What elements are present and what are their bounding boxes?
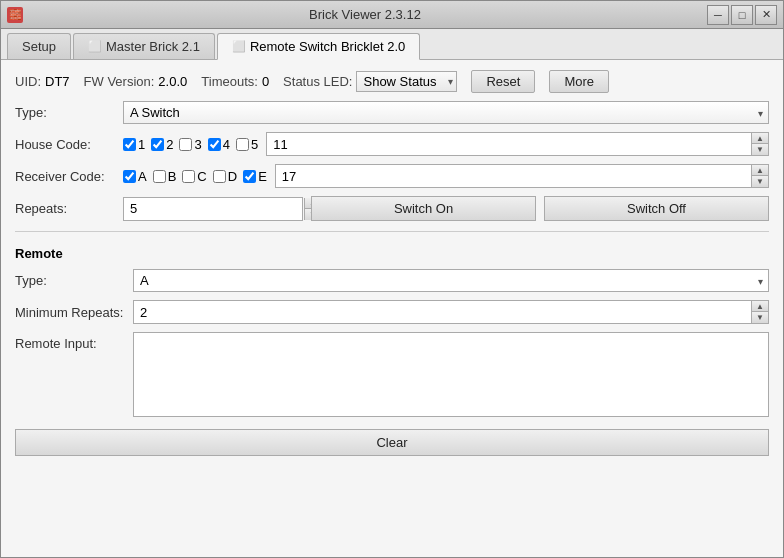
tab-remote[interactable]: ⬜ Remote Switch Bricklet 2.0 xyxy=(217,33,420,60)
receiver-code-label-B: B xyxy=(168,169,177,184)
house-code-label-5: 5 xyxy=(251,137,258,152)
remote-type-select[interactable]: A B C D xyxy=(133,269,769,292)
repeats-row: Repeats: ▲ ▼ Switch On Switch Off xyxy=(15,196,769,221)
tab-master[interactable]: ⬜ Master Brick 2.1 xyxy=(73,33,215,59)
remote-type-select-wrapper: A B C D xyxy=(133,269,769,292)
receiver-code-checkbox-C[interactable] xyxy=(182,170,195,183)
type-label: Type: xyxy=(15,105,115,120)
house-code-check-3: 3 xyxy=(179,137,201,152)
receiver-code-check-E: E xyxy=(243,169,267,184)
remote-section: Remote Type: A B C D Minimum Repeats: xyxy=(15,246,769,417)
receiver-code-input[interactable] xyxy=(276,165,751,187)
uid-value: DT7 xyxy=(45,74,70,89)
status-led-item: Status LED: Show Status Off On Heartbeat xyxy=(283,71,457,92)
status-led-label: Status LED: xyxy=(283,74,352,89)
min-repeats-row: Minimum Repeats: ▲ ▼ xyxy=(15,300,769,324)
receiver-code-label-E: E xyxy=(258,169,267,184)
tab-setup-label: Setup xyxy=(22,39,56,54)
house-code-check-4: 4 xyxy=(208,137,230,152)
house-code-label-2: 2 xyxy=(166,137,173,152)
house-code-input-wrapper: ▲ ▼ xyxy=(266,132,769,156)
tab-bar: Setup ⬜ Master Brick 2.1 ⬜ Remote Switch… xyxy=(1,29,783,60)
info-bar: UID: DT7 FW Version: 2.0.0 Timeouts: 0 S… xyxy=(15,70,769,93)
house-code-checkbox-4[interactable] xyxy=(208,138,221,151)
repeats-input[interactable] xyxy=(124,198,304,220)
min-repeats-label: Minimum Repeats: xyxy=(15,305,125,320)
house-code-label-1: 1 xyxy=(138,137,145,152)
receiver-code-label-D: D xyxy=(228,169,237,184)
remote-input-row: Remote Input: xyxy=(15,332,769,417)
fw-label: FW Version: xyxy=(84,74,155,89)
repeats-label: Repeats: xyxy=(15,201,115,216)
more-button[interactable]: More xyxy=(549,70,609,93)
tab-setup[interactable]: Setup xyxy=(7,33,71,59)
house-code-checkboxes: 1 2 3 4 5 xyxy=(123,137,258,152)
min-repeats-input[interactable] xyxy=(134,301,751,323)
reset-button[interactable]: Reset xyxy=(471,70,535,93)
uid-label: UID: xyxy=(15,74,41,89)
receiver-code-down[interactable]: ▼ xyxy=(752,176,768,187)
uid-item: UID: DT7 xyxy=(15,74,70,89)
receiver-code-input-wrapper: ▲ ▼ xyxy=(275,164,769,188)
type-row: Type: A Switch B Switch C Switch D Switc… xyxy=(15,101,769,124)
tab-remote-icon: ⬜ xyxy=(232,40,246,53)
repeats-input-wrapper: ▲ ▼ xyxy=(123,197,303,221)
divider xyxy=(15,231,769,232)
switch-off-button[interactable]: Switch Off xyxy=(544,196,769,221)
fw-item: FW Version: 2.0.0 xyxy=(84,74,188,89)
close-button[interactable]: ✕ xyxy=(755,5,777,25)
house-code-checkbox-5[interactable] xyxy=(236,138,249,151)
app-icon: 🧱 xyxy=(7,7,23,23)
house-code-down[interactable]: ▼ xyxy=(752,144,768,155)
receiver-code-checkbox-E[interactable] xyxy=(243,170,256,183)
clear-button[interactable]: Clear xyxy=(15,429,769,456)
receiver-code-label-A: A xyxy=(138,169,147,184)
remote-input-label: Remote Input: xyxy=(15,336,125,351)
type-select[interactable]: A Switch B Switch C Switch D Switch xyxy=(123,101,769,124)
tab-master-icon: ⬜ xyxy=(88,40,102,53)
receiver-code-checkbox-B[interactable] xyxy=(153,170,166,183)
receiver-code-up[interactable]: ▲ xyxy=(752,165,768,176)
receiver-code-check-C: C xyxy=(182,169,206,184)
receiver-code-spinner: ▲ ▼ xyxy=(751,165,768,187)
receiver-code-label-C: C xyxy=(197,169,206,184)
house-code-input[interactable] xyxy=(267,133,751,155)
house-code-label: House Code: xyxy=(15,137,115,152)
house-code-label-4: 4 xyxy=(223,137,230,152)
receiver-code-checkboxes: A B C D E xyxy=(123,169,267,184)
status-led-select-wrapper: Show Status Off On Heartbeat xyxy=(356,71,457,92)
min-repeats-up[interactable]: ▲ xyxy=(752,301,768,312)
house-code-check-1: 1 xyxy=(123,137,145,152)
status-led-select[interactable]: Show Status Off On Heartbeat xyxy=(356,71,457,92)
switch-on-button[interactable]: Switch On xyxy=(311,196,536,221)
window-controls: ─ □ ✕ xyxy=(707,5,777,25)
remote-title: Remote xyxy=(15,246,769,261)
timeouts-value: 0 xyxy=(262,74,269,89)
min-repeats-input-wrapper: ▲ ▼ xyxy=(133,300,769,324)
receiver-code-checkbox-D[interactable] xyxy=(213,170,226,183)
window-title: Brick Viewer 2.3.12 xyxy=(23,7,707,22)
house-code-checkbox-2[interactable] xyxy=(151,138,164,151)
maximize-button[interactable]: □ xyxy=(731,5,753,25)
house-code-check-5: 5 xyxy=(236,137,258,152)
house-code-spinner: ▲ ▼ xyxy=(751,133,768,155)
main-window: 🧱 Brick Viewer 2.3.12 ─ □ ✕ Setup ⬜ Mast… xyxy=(0,0,784,558)
receiver-code-checkbox-A[interactable] xyxy=(123,170,136,183)
remote-type-label: Type: xyxy=(15,273,125,288)
remote-input-textarea[interactable] xyxy=(133,332,769,417)
title-bar: 🧱 Brick Viewer 2.3.12 ─ □ ✕ xyxy=(1,1,783,29)
receiver-code-label: Receiver Code: xyxy=(15,169,115,184)
house-code-check-2: 2 xyxy=(151,137,173,152)
min-repeats-down[interactable]: ▼ xyxy=(752,312,768,323)
minimize-button[interactable]: ─ xyxy=(707,5,729,25)
house-code-up[interactable]: ▲ xyxy=(752,133,768,144)
fw-value: 2.0.0 xyxy=(158,74,187,89)
receiver-code-check-B: B xyxy=(153,169,177,184)
house-code-checkbox-3[interactable] xyxy=(179,138,192,151)
house-code-label-3: 3 xyxy=(194,137,201,152)
receiver-code-check-A: A xyxy=(123,169,147,184)
house-code-checkbox-1[interactable] xyxy=(123,138,136,151)
type-select-wrapper: A Switch B Switch C Switch D Switch xyxy=(123,101,769,124)
timeouts-item: Timeouts: 0 xyxy=(201,74,269,89)
receiver-code-check-D: D xyxy=(213,169,237,184)
